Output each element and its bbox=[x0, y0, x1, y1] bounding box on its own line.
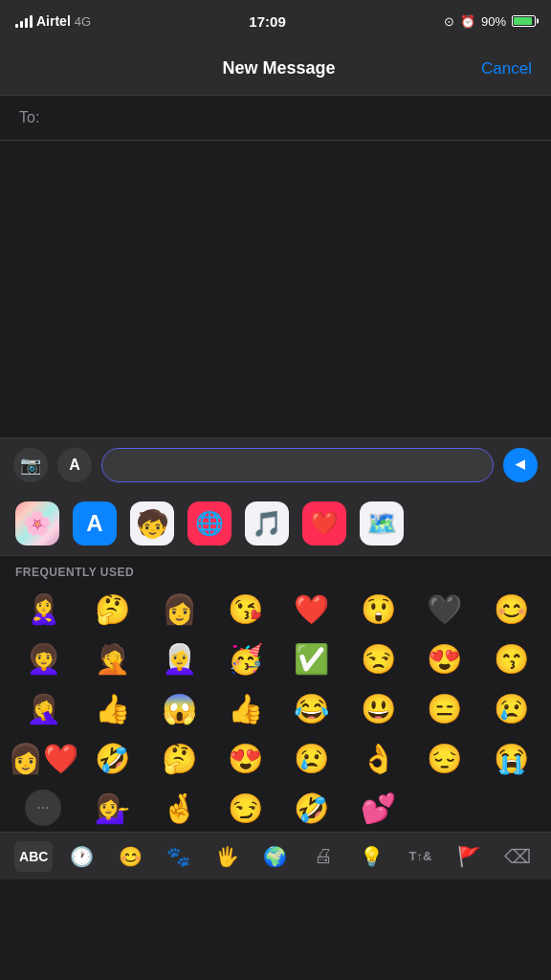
camera-button[interactable]: 📷 bbox=[13, 448, 48, 482]
emoji-cell[interactable]: 👩‍🦳 bbox=[146, 635, 210, 682]
globe-button[interactable]: 🌍 bbox=[256, 837, 295, 876]
bulb-icon: 💡 bbox=[360, 845, 384, 868]
emoji-cell[interactable]: 🤞 bbox=[146, 784, 210, 832]
keyboard-bottom-bar: ABC 🕐 😊 🐾 🖐 🌍 🖨 💡 T↑& 🚩 ⌫ bbox=[0, 832, 551, 880]
emoji-cell[interactable]: 😍 bbox=[412, 635, 476, 682]
hand-icon: 🖐 bbox=[215, 845, 239, 868]
emoji-cell[interactable]: 😱 bbox=[146, 684, 210, 732]
emoji-cell[interactable]: 🤦 bbox=[80, 635, 144, 682]
to-field: To: bbox=[0, 96, 551, 141]
emoji-cell[interactable]: 😔 bbox=[412, 734, 476, 782]
status-left: Airtel 4G bbox=[15, 13, 91, 29]
emoji-cell[interactable]: 👍 bbox=[80, 684, 144, 732]
app-icon-photos[interactable]: 🌸 bbox=[15, 501, 59, 546]
emoji-cell[interactable]: 😙 bbox=[479, 635, 543, 682]
printer-button[interactable]: 🖨 bbox=[304, 837, 342, 876]
emoji-cell[interactable]: 😊 bbox=[479, 585, 543, 633]
emoji-section-label: Frequently Used bbox=[0, 556, 551, 585]
bulb-button[interactable]: 💡 bbox=[353, 837, 391, 876]
app-icon-clips[interactable]: ❤️ bbox=[302, 501, 346, 546]
emoji-cell[interactable]: 😑 bbox=[412, 684, 476, 732]
app-icon-music[interactable]: 🎵 bbox=[245, 501, 289, 546]
photos-icon: 🌸 bbox=[23, 510, 52, 537]
emoji-cell[interactable]: 😢 bbox=[279, 734, 343, 782]
cancel-button[interactable]: Cancel bbox=[481, 59, 532, 78]
animal-button[interactable]: 🐾 bbox=[160, 837, 198, 876]
to-input[interactable] bbox=[47, 109, 532, 126]
message-area bbox=[0, 141, 551, 437]
app-icon-appstore[interactable]: A bbox=[73, 501, 117, 546]
clock-icon: 🕐 bbox=[70, 845, 94, 868]
symbols-icon: T↑& bbox=[409, 849, 432, 863]
emoji-cell[interactable]: 👍 bbox=[213, 684, 277, 732]
emoji-cell[interactable]: 🤔 bbox=[80, 585, 144, 633]
appstore-button[interactable]: A bbox=[57, 448, 92, 482]
emoji-cell[interactable]: 😲 bbox=[346, 585, 410, 633]
emoji-section: Frequently Used 🙎‍♀️🤔👩😘❤️😲🖤😊👩‍🦱🤦👩‍🦳🥳✅😒😍😙… bbox=[0, 556, 551, 832]
app-strip: 🌸 A 🧒 🌐 🎵 ❤️ 🗺️ bbox=[0, 492, 551, 556]
emoji-cell[interactable]: 🤣 bbox=[279, 784, 343, 832]
emoji-cell[interactable]: 😘 bbox=[213, 585, 277, 633]
emoji-cell[interactable]: 🙎‍♀️ bbox=[8, 585, 78, 633]
emoji-cell[interactable]: 👌 bbox=[346, 734, 410, 782]
status-bar: Airtel 4G 17:09 ⊙ ⏰ 90% bbox=[0, 0, 551, 42]
emoji-cell[interactable]: 😢 bbox=[479, 684, 543, 732]
battery-indicator bbox=[512, 15, 536, 27]
symbols-button[interactable]: T↑& bbox=[402, 837, 440, 876]
emoji-button[interactable]: 😊 bbox=[111, 837, 149, 876]
carrier-label: Airtel bbox=[36, 13, 71, 29]
emoji-cell[interactable]: 🖤 bbox=[412, 585, 476, 633]
network-label: 4G bbox=[75, 14, 91, 29]
emoji-cell[interactable]: 💁‍♀️ bbox=[80, 784, 144, 832]
printer-icon: 🖨 bbox=[314, 845, 333, 867]
page-title: New Message bbox=[223, 58, 336, 78]
input-bar: 📷 A ▲ bbox=[0, 437, 551, 492]
clock-button[interactable]: 🕐 bbox=[63, 837, 101, 876]
status-right: ⊙ ⏰ 90% bbox=[444, 14, 536, 29]
emoji-cell[interactable]: 👩‍🦱 bbox=[8, 635, 78, 682]
clips-icon: ❤️ bbox=[310, 510, 339, 537]
emoji-cell[interactable]: 😃 bbox=[346, 684, 410, 732]
emoji-cell[interactable]: 💕 bbox=[346, 784, 410, 832]
appstore-icon: A bbox=[69, 457, 80, 474]
app-icon-maps[interactable]: 🗺️ bbox=[360, 501, 404, 546]
abc-button[interactable]: ABC bbox=[14, 841, 53, 872]
flag-icon: 🚩 bbox=[457, 845, 481, 868]
message-input[interactable] bbox=[101, 448, 494, 482]
flag-button[interactable]: 🚩 bbox=[450, 837, 488, 876]
emoji-cell[interactable]: 😍 bbox=[213, 734, 277, 782]
app-icon-search[interactable]: 🌐 bbox=[187, 501, 231, 546]
emoji-cell[interactable]: ❤️ bbox=[279, 585, 343, 633]
emoji-cell[interactable]: ✅ bbox=[279, 635, 343, 682]
clock-icon: ⊙ bbox=[444, 14, 454, 29]
alarm-icon: ⏰ bbox=[460, 14, 475, 29]
to-label: To: bbox=[19, 109, 39, 126]
send-button[interactable]: ▲ bbox=[503, 448, 538, 482]
emoji-cell[interactable]: 😂 bbox=[279, 684, 343, 732]
delete-button[interactable]: ⌫ bbox=[498, 837, 537, 876]
emoji-cell[interactable]: 😒 bbox=[346, 635, 410, 682]
emoji-cell[interactable]: 🤔 bbox=[146, 734, 210, 782]
emoji-cell[interactable]: 😭 bbox=[479, 734, 543, 782]
hand-button[interactable]: 🖐 bbox=[208, 837, 246, 876]
emoji-cell[interactable]: 👩‍❤️ bbox=[8, 734, 78, 782]
emoji-cell[interactable]: 🥳 bbox=[213, 635, 277, 682]
send-arrow-icon: ▲ bbox=[510, 456, 530, 473]
maps-icon: 🗺️ bbox=[366, 509, 397, 539]
emoji-cell[interactable]: 🤦‍♀️ bbox=[8, 684, 78, 732]
memoji-icon: 🧒 bbox=[136, 508, 169, 540]
emoji-grid: 🙎‍♀️🤔👩😘❤️😲🖤😊👩‍🦱🤦👩‍🦳🥳✅😒😍😙🤦‍♀️👍😱👍😂😃😑😢👩‍❤️🤣… bbox=[0, 585, 551, 832]
nav-bar: New Message Cancel bbox=[0, 42, 551, 96]
app-icon-memoji[interactable]: 🧒 bbox=[130, 501, 174, 546]
globe-icon: 🌍 bbox=[263, 845, 287, 868]
emoji-cell[interactable]: 😏 bbox=[213, 784, 277, 832]
time-label: 17:09 bbox=[249, 13, 285, 30]
animal-icon: 🐾 bbox=[166, 845, 190, 868]
emoji-cell[interactable]: 👩 bbox=[146, 585, 210, 633]
camera-icon: 📷 bbox=[20, 455, 41, 476]
signal-bars bbox=[15, 14, 33, 28]
emoji-cell[interactable]: 🤣 bbox=[80, 734, 144, 782]
more-emoji-button[interactable]: ··· bbox=[8, 784, 78, 832]
delete-icon: ⌫ bbox=[504, 845, 531, 868]
music-icon: 🎵 bbox=[252, 509, 282, 539]
